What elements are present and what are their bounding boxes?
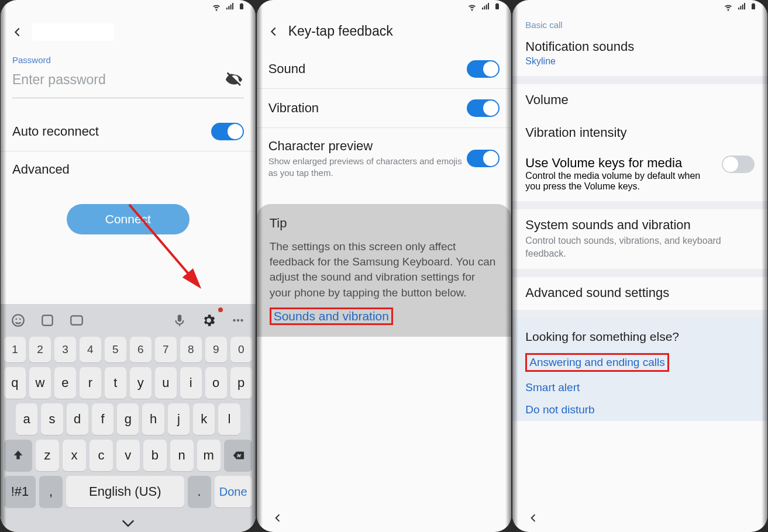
vibration-row[interactable]: Vibration: [257, 89, 512, 128]
key-4[interactable]: 4: [80, 337, 101, 362]
key-c[interactable]: c: [89, 440, 113, 471]
svg-point-11: [240, 319, 243, 322]
key-g[interactable]: g: [117, 403, 139, 435]
signal-icon: [481, 2, 490, 13]
key-n[interactable]: n: [170, 440, 194, 471]
svg-point-4: [15, 318, 17, 320]
key-o[interactable]: o: [205, 367, 227, 399]
key-d[interactable]: d: [67, 403, 88, 435]
do-not-disturb-link[interactable]: Do not disturb: [525, 403, 755, 416]
key-h[interactable]: h: [142, 403, 164, 435]
smart-alert-link[interactable]: Smart alert: [525, 381, 755, 394]
signal-icon: [737, 2, 746, 13]
key-8[interactable]: 8: [180, 337, 202, 362]
wifi-icon: [467, 1, 477, 14]
looking-for-block: Looking for something else? Answering an…: [512, 318, 767, 421]
back-icon[interactable]: [267, 25, 280, 38]
mic-icon[interactable]: [168, 309, 191, 332]
key-5[interactable]: 5: [105, 337, 126, 362]
svg-rect-1: [240, 4, 242, 5]
emoji-icon[interactable]: [6, 309, 30, 332]
key-v[interactable]: v: [116, 440, 140, 471]
key-done[interactable]: Done: [215, 476, 252, 507]
answering-ending-calls-link[interactable]: Answering and ending calls: [525, 353, 669, 372]
key-e[interactable]: e: [54, 367, 76, 399]
key-1[interactable]: 1: [4, 337, 26, 362]
key-u[interactable]: u: [155, 367, 177, 399]
sounds-and-vibration-link[interactable]: Sounds and vibration: [270, 308, 393, 325]
key-0[interactable]: 0: [230, 337, 252, 362]
password-field[interactable]: Enter password: [12, 65, 244, 98]
notification-sounds-row[interactable]: Notification sounds Skyline: [512, 31, 767, 76]
svg-point-5: [19, 318, 21, 320]
key-m[interactable]: m: [197, 440, 221, 471]
key-6[interactable]: 6: [130, 337, 151, 362]
sound-row[interactable]: Sound: [257, 50, 512, 89]
auto-reconnect-row[interactable]: Auto reconnect: [1, 112, 256, 151]
header: Key-tap feedback: [257, 15, 512, 50]
svg-point-10: [237, 319, 239, 322]
connect-button[interactable]: Connect: [67, 204, 190, 234]
key-3[interactable]: 3: [54, 337, 76, 362]
key-l[interactable]: l: [218, 403, 240, 435]
password-placeholder: Enter password: [12, 72, 224, 88]
sound-toggle[interactable]: [467, 60, 500, 78]
key-s[interactable]: s: [41, 403, 63, 435]
key-7[interactable]: 7: [155, 337, 177, 362]
key-z[interactable]: z: [36, 440, 59, 471]
tip-heading: Tip: [270, 216, 499, 231]
sticker-icon[interactable]: [36, 309, 59, 332]
gif-icon[interactable]: [65, 309, 88, 332]
char-preview-row[interactable]: Character preview Show enlarged previews…: [257, 128, 512, 189]
wifi-icon: [723, 1, 733, 14]
key-i[interactable]: i: [180, 367, 202, 399]
key-x[interactable]: x: [63, 440, 86, 471]
key-b[interactable]: b: [143, 440, 167, 471]
screen-keytap-feedback: Key-tap feedback Sound Vibration Charact…: [257, 0, 512, 532]
visibility-off-icon[interactable]: [224, 70, 244, 89]
key-period[interactable]: .: [188, 476, 211, 507]
key-f[interactable]: f: [92, 403, 113, 435]
advanced-sound-row[interactable]: Advanced sound settings: [512, 277, 767, 310]
svg-point-3: [12, 315, 24, 326]
volume-keys-media-toggle[interactable]: [722, 156, 755, 173]
key-w[interactable]: w: [29, 367, 51, 399]
volume-keys-media-row[interactable]: Use Volume keys for media Control the me…: [512, 150, 767, 201]
back-icon[interactable]: [11, 26, 24, 39]
svg-rect-7: [71, 316, 82, 324]
vibration-toggle[interactable]: [467, 99, 500, 117]
key-9[interactable]: 9: [205, 337, 227, 362]
key-backspace[interactable]: [224, 440, 252, 471]
vibration-intensity-row[interactable]: Vibration intensity: [512, 117, 767, 150]
auto-reconnect-toggle[interactable]: [211, 123, 244, 140]
nav-back[interactable]: [257, 506, 512, 532]
password-label: Password: [12, 55, 244, 65]
key-p[interactable]: p: [230, 367, 252, 399]
more-icon[interactable]: [226, 309, 250, 332]
key-q[interactable]: q: [4, 367, 26, 399]
key-symbols[interactable]: !#1: [4, 476, 36, 507]
key-a[interactable]: a: [16, 403, 37, 435]
gear-icon[interactable]: [197, 309, 221, 332]
svg-point-9: [233, 319, 235, 322]
system-sounds-row[interactable]: System sounds and vibration Control touc…: [512, 209, 767, 269]
key-shift[interactable]: [4, 440, 32, 471]
key-comma[interactable]: ,: [39, 476, 63, 507]
key-k[interactable]: k: [193, 403, 215, 435]
svg-rect-13: [497, 4, 498, 5]
char-preview-toggle[interactable]: [467, 150, 500, 167]
keyboard-collapse-icon[interactable]: [1, 517, 256, 532]
key-space[interactable]: English (US): [66, 476, 184, 507]
key-y[interactable]: y: [130, 367, 151, 399]
wifi-icon: [211, 1, 222, 14]
key-r[interactable]: r: [80, 367, 101, 399]
key-j[interactable]: j: [168, 403, 190, 435]
key-t[interactable]: t: [105, 367, 126, 399]
page-title: Key-tap feedback: [288, 23, 393, 39]
nav-back[interactable]: [512, 506, 767, 532]
battery-icon: [238, 1, 245, 14]
volume-row[interactable]: Volume: [512, 84, 767, 117]
advanced-row[interactable]: Advanced: [1, 151, 256, 188]
key-2[interactable]: 2: [29, 337, 51, 362]
status-bar: [512, 0, 767, 15]
